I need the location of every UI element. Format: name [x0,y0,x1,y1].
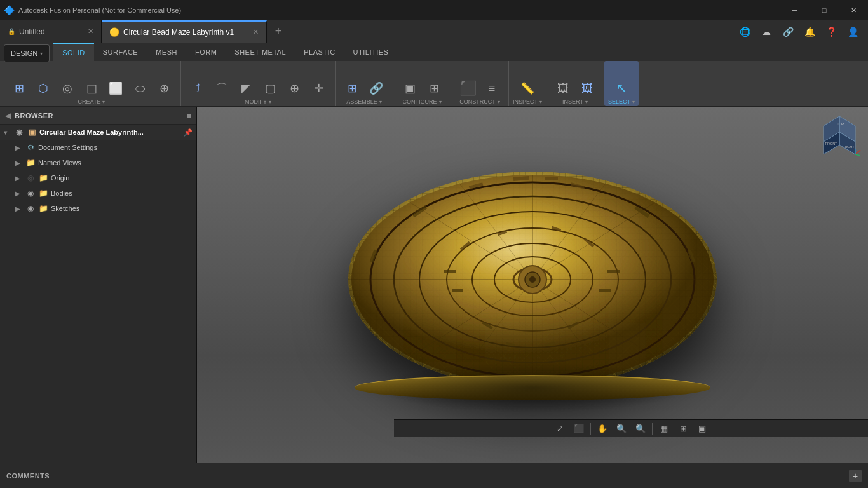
inspect-dropdown-icon: ▾ [539,99,542,105]
insert-dropdown-icon: ▾ [585,99,588,105]
doc-gear-icon: ⚙ [25,143,36,152]
user-icon[interactable]: 👤 [844,23,862,41]
design-dropdown[interactable]: DESIGN ▾ [4,44,50,62]
modify-dropdown-icon: ▾ [269,99,271,105]
views-expand-icon: ▶ [15,159,23,166]
move-button[interactable]: ✛ [307,78,330,98]
assemble-dropdown-icon: ▾ [379,99,382,105]
svg-text:RIGHT: RIGHT [843,145,855,149]
inspect-label-row: INSPECT ▾ [513,98,542,105]
globe-icon[interactable]: 🌐 [736,23,754,41]
3d-viewport[interactable]: TOP FRONT RIGHT ⤢ ⬛ ✋ 🔍 🔍 ▦ ⊞ ▣ [197,107,868,463]
hole-button[interactable]: ◫ [80,78,103,98]
zoom-in-button[interactable]: 🔍 [613,421,630,437]
browser-header: ◀ BROWSER ■ [0,107,196,125]
offset-plane-button[interactable]: ⬛ [456,78,479,98]
fillet-button[interactable]: ⌒ [210,78,233,98]
create-label: CREATE [78,98,101,105]
pan-button[interactable]: ✋ [593,421,611,437]
browser-item-origin[interactable]: ▶ ◎ 📁 Origin [0,170,196,186]
minimize-button[interactable]: ─ [780,0,810,20]
grid-button[interactable]: ⊞ [674,421,692,437]
help-icon[interactable]: ❓ [822,23,840,41]
camera-button[interactable]: ⬛ [570,421,588,437]
sketches-visibility-icon[interactable]: ◉ [25,204,36,213]
root-folder-icon: ▣ [27,128,37,137]
doc-settings-label: Document Settings [38,144,97,151]
browser-item-bodies[interactable]: ▶ ◉ 📁 Bodies [0,186,196,201]
comments-panel: COMMENTS + [0,463,868,488]
root-pin-icon[interactable]: 📌 [184,128,193,137]
back-nav-icon[interactable]: ◀ [5,111,11,120]
add-comment-button[interactable]: + [849,470,862,482]
ribbon-tab-mesh[interactable]: MESH [147,43,186,61]
assemble-label-row: ASSEMBLE ▾ [346,98,382,105]
model-ellipse [348,172,717,388]
modify-label-row: MODIFY ▾ [245,98,271,105]
inspect-buttons: 📏 [515,62,540,98]
svg-text:TOP: TOP [836,122,844,126]
origin-folder-icon: 📁 [38,173,48,182]
maximize-button[interactable]: □ [810,0,839,20]
origin-hidden-icon[interactable]: ◎ [25,173,36,182]
ribbon-group-configure: ▣ ⊞ CONFIGURE ▾ [393,61,451,106]
more-create-button[interactable]: ⊕ [153,78,175,98]
root-visibility-icon[interactable]: ◉ [14,128,24,137]
browser-title: BROWSER [15,112,183,119]
share-icon[interactable]: 🔗 [779,23,797,41]
ribbon-tab-solid[interactable]: SOLID [53,43,94,61]
ribbon-tab-plastic[interactable]: PLASTIC [295,43,344,61]
combine-button[interactable]: ⊕ [283,78,306,98]
new-tab-button[interactable]: + [267,20,290,43]
bell-icon[interactable]: 🔔 [801,23,818,41]
insert-mesh-button[interactable]: 🖼 [552,78,574,98]
box-button[interactable]: ⬜ [104,78,127,98]
named-views-label: Named Views [38,159,81,166]
ribbon-tab-sheet-metal[interactable]: SHEET METAL [226,43,295,61]
environment-button[interactable]: ▣ [693,421,711,437]
browser-item-named-views[interactable]: ▶ 📁 Named Views [0,155,196,170]
revolve-button[interactable]: ◎ [56,78,79,98]
viewport-toolbar: ⤢ ⬛ ✋ 🔍 🔍 ▦ ⊞ ▣ [394,419,868,437]
select-label: SELECT [608,98,630,105]
ribbon-group-assemble: ⊞ 🔗 ASSEMBLE ▾ [336,61,393,106]
orientation-cube[interactable]: TOP FRONT RIGHT [817,113,862,158]
configure-btn2[interactable]: ⊞ [423,78,445,98]
create-dropdown-icon: ▾ [102,99,105,105]
close-tab-2-icon[interactable]: ✕ [253,28,259,36]
create-buttons: ⊞ ⬡ ◎ ◫ ⬜ ⬭ ⊕ [6,62,177,98]
close-button[interactable]: ✕ [839,0,868,20]
measure-button[interactable]: 📏 [516,78,539,98]
joint-button[interactable]: 🔗 [365,78,388,98]
press-pull-button[interactable]: ⤴ [186,78,209,98]
bodies-visibility-icon[interactable]: ◉ [25,189,36,198]
shell-button[interactable]: ▢ [259,78,281,98]
configure-btn1[interactable]: ▣ [398,78,421,98]
insert-decal-button[interactable]: 🖼 [576,78,599,98]
origin-label: Origin [51,174,69,182]
new-component-assemble-button[interactable]: ⊞ [341,78,363,98]
new-component-button[interactable]: ⊞ [8,78,31,98]
tab-circular-bead-maze[interactable]: 🟡 Circular Bead Maze Labyrinth v1 ✕ [102,20,267,43]
select-button[interactable]: ↖ [610,78,633,98]
collapse-icon[interactable]: ■ [187,111,191,120]
display-mode-button[interactable]: ▦ [655,421,673,437]
comments-title: COMMENTS [6,472,50,480]
cloud-icon[interactable]: ☁ [757,23,775,41]
ribbon-tab-form[interactable]: FORM [186,43,226,61]
close-tab-icon[interactable]: ✕ [88,27,93,36]
ribbon-tab-utilities[interactable]: UTILITIES [344,43,398,61]
chamfer-button[interactable]: ◤ [234,78,257,98]
zoom-out-button[interactable]: 🔍 [632,421,649,437]
browser-root-item[interactable]: ▾ ◉ ▣ Circular Bead Maze Labyrinth... 📌 [0,125,196,140]
ribbon-tab-surface[interactable]: SURFACE [94,43,147,61]
bodies-expand-icon: ▶ [15,190,23,197]
cylinder-button[interactable]: ⬭ [128,78,151,98]
extrude-button[interactable]: ⬡ [32,78,55,98]
browser-item-sketches[interactable]: ▶ ◉ 📁 Sketches [0,201,196,216]
fit-view-button[interactable]: ⤢ [551,421,569,437]
browser-item-document-settings[interactable]: ▶ ⚙ Document Settings [0,140,196,155]
midplane-button[interactable]: ≡ [480,78,503,98]
model-icon: 🟡 [109,27,119,37]
tab-untitled[interactable]: 🔒 Untitled ✕ [0,20,102,43]
